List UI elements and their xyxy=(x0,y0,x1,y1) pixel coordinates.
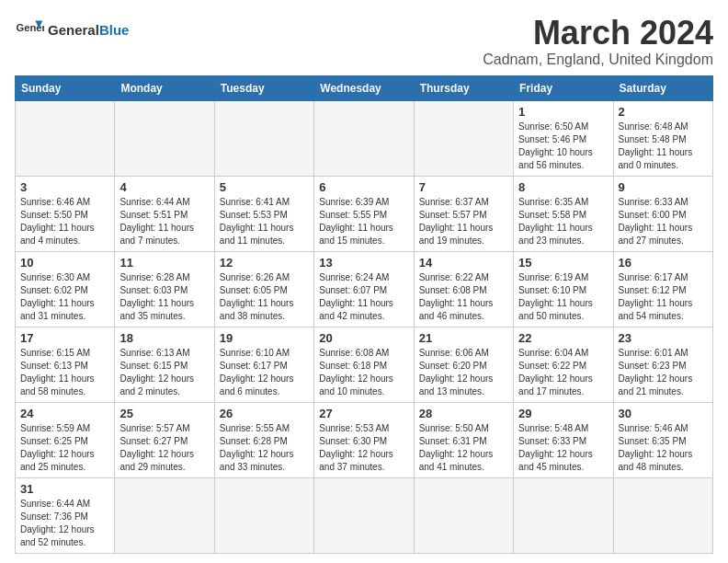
day-info: Sunrise: 6:50 AM Sunset: 5:46 PM Dayligh… xyxy=(518,121,608,172)
calendar-cell: 1Sunrise: 6:50 AM Sunset: 5:46 PM Daylig… xyxy=(514,100,613,176)
calendar-title: March 2024 xyxy=(483,15,713,52)
day-number: 15 xyxy=(518,256,608,270)
calendar-cell xyxy=(314,100,414,176)
calendar-week-4: 24Sunrise: 5:59 AM Sunset: 6:25 PM Dayli… xyxy=(16,402,713,477)
calendar-cell xyxy=(414,477,513,553)
calendar-cell: 2Sunrise: 6:48 AM Sunset: 5:48 PM Daylig… xyxy=(613,100,712,176)
day-number: 10 xyxy=(20,256,109,270)
day-number: 16 xyxy=(619,256,708,270)
calendar-cell: 12Sunrise: 6:26 AM Sunset: 6:05 PM Dayli… xyxy=(214,251,313,327)
day-info: Sunrise: 6:33 AM Sunset: 6:00 PM Dayligh… xyxy=(619,196,708,247)
day-info: Sunrise: 6:35 AM Sunset: 5:58 PM Dayligh… xyxy=(518,196,608,247)
weekday-header-sunday: Sunday xyxy=(16,75,115,100)
weekday-header-monday: Monday xyxy=(115,75,214,100)
weekday-row: SundayMondayTuesdayWednesdayThursdayFrid… xyxy=(16,75,713,100)
day-number: 2 xyxy=(619,105,708,119)
title-block: March 2024 Cadnam, England, United Kingd… xyxy=(483,15,713,68)
calendar-cell xyxy=(613,477,712,553)
day-number: 20 xyxy=(319,331,408,345)
calendar-cell xyxy=(314,477,414,553)
day-number: 1 xyxy=(518,105,608,119)
calendar-cell: 13Sunrise: 6:24 AM Sunset: 6:07 PM Dayli… xyxy=(314,251,414,327)
day-number: 26 xyxy=(220,407,309,420)
day-info: Sunrise: 6:48 AM Sunset: 5:48 PM Dayligh… xyxy=(619,121,708,172)
calendar-cell: 19Sunrise: 6:10 AM Sunset: 6:17 PM Dayli… xyxy=(214,327,313,402)
day-number: 5 xyxy=(220,180,309,194)
calendar-cell xyxy=(115,477,214,553)
calendar-cell xyxy=(115,100,214,176)
day-info: Sunrise: 5:48 AM Sunset: 6:33 PM Dayligh… xyxy=(518,422,608,474)
calendar-cell: 28Sunrise: 5:50 AM Sunset: 6:31 PM Dayli… xyxy=(414,402,513,477)
day-info: Sunrise: 6:06 AM Sunset: 6:20 PM Dayligh… xyxy=(419,347,508,398)
day-number: 28 xyxy=(419,407,508,420)
day-info: Sunrise: 6:22 AM Sunset: 6:08 PM Dayligh… xyxy=(419,271,508,323)
calendar-cell: 14Sunrise: 6:22 AM Sunset: 6:08 PM Dayli… xyxy=(414,251,513,327)
calendar-cell xyxy=(214,100,313,176)
calendar-cell: 7Sunrise: 6:37 AM Sunset: 5:57 PM Daylig… xyxy=(414,176,513,251)
day-number: 8 xyxy=(518,180,608,194)
calendar-cell: 16Sunrise: 6:17 AM Sunset: 6:12 PM Dayli… xyxy=(613,251,712,327)
day-info: Sunrise: 6:04 AM Sunset: 6:22 PM Dayligh… xyxy=(518,347,608,398)
day-info: Sunrise: 6:44 AM Sunset: 7:36 PM Dayligh… xyxy=(20,498,109,549)
day-info: Sunrise: 5:50 AM Sunset: 6:31 PM Dayligh… xyxy=(419,422,508,474)
calendar-cell: 9Sunrise: 6:33 AM Sunset: 6:00 PM Daylig… xyxy=(613,176,712,251)
calendar-cell: 5Sunrise: 6:41 AM Sunset: 5:53 PM Daylig… xyxy=(214,176,313,251)
day-number: 18 xyxy=(119,331,209,345)
calendar-cell: 8Sunrise: 6:35 AM Sunset: 5:58 PM Daylig… xyxy=(514,176,613,251)
day-info: Sunrise: 6:15 AM Sunset: 6:13 PM Dayligh… xyxy=(20,347,109,398)
calendar-cell: 10Sunrise: 6:30 AM Sunset: 6:02 PM Dayli… xyxy=(16,251,115,327)
calendar-cell: 15Sunrise: 6:19 AM Sunset: 6:10 PM Dayli… xyxy=(514,251,613,327)
calendar-cell: 23Sunrise: 6:01 AM Sunset: 6:23 PM Dayli… xyxy=(613,327,712,402)
day-number: 23 xyxy=(619,331,708,345)
day-number: 12 xyxy=(220,256,309,270)
calendar-cell: 31Sunrise: 6:44 AM Sunset: 7:36 PM Dayli… xyxy=(16,477,115,553)
day-info: Sunrise: 6:17 AM Sunset: 6:12 PM Dayligh… xyxy=(619,271,708,323)
calendar-week-3: 17Sunrise: 6:15 AM Sunset: 6:13 PM Dayli… xyxy=(16,327,713,402)
calendar-cell xyxy=(514,477,613,553)
day-info: Sunrise: 6:30 AM Sunset: 6:02 PM Dayligh… xyxy=(20,271,109,323)
calendar-week-1: 3Sunrise: 6:46 AM Sunset: 5:50 PM Daylig… xyxy=(16,176,713,251)
day-info: Sunrise: 6:24 AM Sunset: 6:07 PM Dayligh… xyxy=(319,271,408,323)
calendar-week-5: 31Sunrise: 6:44 AM Sunset: 7:36 PM Dayli… xyxy=(16,477,713,553)
calendar-week-2: 10Sunrise: 6:30 AM Sunset: 6:02 PM Dayli… xyxy=(16,251,713,327)
calendar-cell: 3Sunrise: 6:46 AM Sunset: 5:50 PM Daylig… xyxy=(16,176,115,251)
day-info: Sunrise: 5:57 AM Sunset: 6:27 PM Dayligh… xyxy=(119,422,209,474)
calendar-cell: 30Sunrise: 5:46 AM Sunset: 6:35 PM Dayli… xyxy=(613,402,712,477)
day-number: 4 xyxy=(119,180,209,194)
calendar-cell: 24Sunrise: 5:59 AM Sunset: 6:25 PM Dayli… xyxy=(16,402,115,477)
calendar-cell: 27Sunrise: 5:53 AM Sunset: 6:30 PM Dayli… xyxy=(314,402,414,477)
day-number: 31 xyxy=(20,482,109,496)
day-info: Sunrise: 5:59 AM Sunset: 6:25 PM Dayligh… xyxy=(20,422,109,474)
day-number: 3 xyxy=(20,180,109,194)
calendar-cell xyxy=(414,100,513,176)
calendar-cell: 25Sunrise: 5:57 AM Sunset: 6:27 PM Dayli… xyxy=(115,402,214,477)
calendar-body: 1Sunrise: 6:50 AM Sunset: 5:46 PM Daylig… xyxy=(16,100,713,553)
day-info: Sunrise: 6:10 AM Sunset: 6:17 PM Dayligh… xyxy=(220,347,309,398)
calendar-cell: 22Sunrise: 6:04 AM Sunset: 6:22 PM Dayli… xyxy=(514,327,613,402)
day-info: Sunrise: 6:41 AM Sunset: 5:53 PM Dayligh… xyxy=(220,196,309,247)
weekday-header-wednesday: Wednesday xyxy=(314,75,414,100)
day-number: 30 xyxy=(619,407,708,420)
day-number: 25 xyxy=(119,407,209,420)
calendar-week-0: 1Sunrise: 6:50 AM Sunset: 5:46 PM Daylig… xyxy=(16,100,713,176)
calendar-subtitle: Cadnam, England, United Kingdom xyxy=(483,52,713,68)
calendar-cell: 20Sunrise: 6:08 AM Sunset: 6:18 PM Dayli… xyxy=(314,327,414,402)
calendar-cell: 29Sunrise: 5:48 AM Sunset: 6:33 PM Dayli… xyxy=(514,402,613,477)
day-info: Sunrise: 5:55 AM Sunset: 6:28 PM Dayligh… xyxy=(220,422,309,474)
day-number: 21 xyxy=(419,331,508,345)
day-info: Sunrise: 6:39 AM Sunset: 5:55 PM Dayligh… xyxy=(319,196,408,247)
page-header: General GeneralBlue March 2024 Cadnam, E… xyxy=(15,15,713,68)
calendar-cell: 21Sunrise: 6:06 AM Sunset: 6:20 PM Dayli… xyxy=(414,327,513,402)
day-number: 9 xyxy=(619,180,708,194)
calendar-cell: 26Sunrise: 5:55 AM Sunset: 6:28 PM Dayli… xyxy=(214,402,313,477)
day-number: 7 xyxy=(419,180,508,194)
calendar-cell: 11Sunrise: 6:28 AM Sunset: 6:03 PM Dayli… xyxy=(115,251,214,327)
day-number: 22 xyxy=(518,331,608,345)
weekday-header-saturday: Saturday xyxy=(613,75,712,100)
day-info: Sunrise: 6:37 AM Sunset: 5:57 PM Dayligh… xyxy=(419,196,508,247)
day-number: 19 xyxy=(220,331,309,345)
day-info: Sunrise: 6:46 AM Sunset: 5:50 PM Dayligh… xyxy=(20,196,109,247)
day-number: 6 xyxy=(319,180,408,194)
logo-icon: General xyxy=(15,15,44,44)
weekday-header-friday: Friday xyxy=(514,75,613,100)
